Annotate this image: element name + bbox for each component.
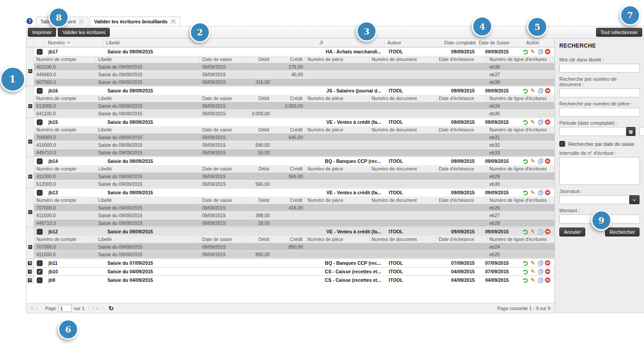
row-checkbox[interactable]: ✓ bbox=[37, 269, 43, 275]
column-header-auteur[interactable]: Auteur bbox=[385, 39, 441, 47]
edit-icon[interactable]: ✎ bbox=[530, 268, 536, 275]
detail-row[interactable]: 512000.0Saisie du 09/09/201509/09/201556… bbox=[34, 180, 554, 188]
column-header-date-saisie[interactable]: Date de Saisie bbox=[476, 39, 511, 47]
validate-icon[interactable] bbox=[522, 189, 528, 196]
grid-scroll-area[interactable]: Numéro Libellé JI Auteur Date comptable … bbox=[26, 39, 554, 303]
journaux-select-value[interactable] bbox=[559, 195, 629, 204]
detail-row[interactable]: 416000.0Saisie du 09/09/201509/09/201559… bbox=[34, 141, 554, 149]
entry-group-row[interactable]: ✓jb17Saisie du 09/09/2015HA - Achats mar… bbox=[26, 47, 554, 56]
close-icon[interactable]: × bbox=[171, 19, 176, 24]
collapse-toggle-icon[interactable]: − bbox=[28, 210, 32, 214]
copy-icon[interactable] bbox=[537, 260, 544, 266]
detail-row[interactable]: 706000.0Saisie du 09/09/201509/09/201564… bbox=[34, 134, 554, 141]
previous-page-icon[interactable]: ‹ bbox=[36, 305, 38, 311]
detail-row[interactable]: 445710.0Saisie du 09/09/201509/09/201528… bbox=[34, 219, 554, 227]
tab-valider-ecritures-brouillards[interactable]: Valider les écritures brouillards × bbox=[90, 17, 180, 26]
copy-icon[interactable] bbox=[537, 158, 544, 164]
delete-icon[interactable] bbox=[545, 229, 550, 234]
column-header-libelle[interactable]: Libellé bbox=[104, 39, 314, 47]
collapse-toggle-icon[interactable]: − bbox=[28, 69, 32, 73]
detail-row[interactable]: 641100.0Saisie du 09/09/201509/09/20153.… bbox=[34, 110, 554, 118]
num-piece-input[interactable] bbox=[559, 108, 640, 117]
copy-icon[interactable] bbox=[537, 277, 544, 283]
edit-icon[interactable]: ✎ bbox=[530, 88, 536, 94]
edit-icon[interactable]: ✎ bbox=[530, 48, 536, 55]
validate-icon[interactable] bbox=[522, 158, 528, 164]
row-checkbox[interactable]: ✓ bbox=[37, 190, 43, 196]
delete-icon[interactable] bbox=[545, 158, 550, 164]
validate-icon[interactable] bbox=[522, 48, 528, 55]
validate-icon[interactable] bbox=[522, 277, 528, 283]
entry-group-row[interactable]: ✓jb14Saisie du 09/09/2015BQ - Banques CC… bbox=[26, 157, 554, 165]
copy-icon[interactable] bbox=[537, 48, 544, 55]
delete-icon[interactable] bbox=[545, 260, 550, 266]
collapse-toggle-icon[interactable]: − bbox=[28, 104, 32, 108]
date-saisie-checkbox[interactable]: ✓ bbox=[559, 141, 565, 147]
row-checkbox[interactable]: ✓ bbox=[37, 49, 43, 55]
edit-icon[interactable]: ✎ bbox=[530, 189, 536, 196]
intervalle-textarea[interactable] bbox=[559, 157, 640, 185]
column-header-ji[interactable]: JI bbox=[314, 39, 385, 47]
edit-icon[interactable]: ✎ bbox=[530, 228, 536, 235]
row-checkbox[interactable]: ✓ bbox=[37, 260, 43, 266]
entry-group-row[interactable]: ✓jb15Saisie du 09/09/2015VE - Ventes à c… bbox=[26, 118, 554, 126]
detail-row[interactable]: 411000.0Saisie du 09/09/201509/09/201585… bbox=[34, 251, 554, 258]
copy-icon[interactable] bbox=[537, 189, 544, 196]
annuler-button[interactable]: Annuler bbox=[559, 228, 585, 237]
copy-icon[interactable] bbox=[537, 268, 544, 275]
last-page-icon[interactable]: » bbox=[96, 305, 99, 311]
column-header-date-comptable[interactable]: Date comptable bbox=[441, 39, 476, 47]
detail-row[interactable]: 607000.0Saisie du 09/09/201509/09/201531… bbox=[34, 79, 554, 86]
detail-row[interactable]: 401100.0Saisie du 09/09/201509/09/201527… bbox=[34, 63, 554, 71]
entry-group-row[interactable]: ✓jb13Saisie du 09/09/2015VE - Ventes à c… bbox=[26, 188, 554, 197]
edit-icon[interactable]: ✎ bbox=[530, 119, 536, 125]
delete-icon[interactable] bbox=[545, 190, 550, 195]
periode-fin-input[interactable] bbox=[640, 127, 644, 136]
page-number-input[interactable] bbox=[58, 305, 72, 312]
close-icon[interactable]: × bbox=[79, 19, 84, 24]
delete-icon[interactable] bbox=[545, 269, 550, 274]
detail-row[interactable]: 512000.0Saisie du 09/09/201509/09/20153.… bbox=[34, 102, 554, 110]
num-document-input[interactable] bbox=[559, 88, 640, 97]
imprimer-button[interactable]: Imprimer bbox=[28, 28, 56, 37]
expand-toggle-icon[interactable]: + bbox=[28, 261, 32, 265]
row-checkbox[interactable]: ✓ bbox=[37, 119, 43, 125]
periode-debut-input[interactable] bbox=[559, 127, 626, 136]
copy-icon[interactable] bbox=[537, 119, 544, 125]
entry-group-row[interactable]: −✓jb10Saisie du 04/09/2015CS - Caisse (r… bbox=[26, 267, 554, 276]
row-checkbox[interactable]: ✓ bbox=[37, 158, 43, 164]
delete-icon[interactable] bbox=[545, 49, 550, 54]
detail-row[interactable]: 411000.0Saisie du 09/09/201509/09/201556… bbox=[34, 173, 554, 180]
copy-icon[interactable] bbox=[537, 228, 544, 235]
delete-icon[interactable] bbox=[545, 88, 550, 93]
detail-row[interactable]: 707000.0Saisie du 09/09/201509/09/201541… bbox=[34, 204, 554, 212]
entry-group-row[interactable]: ✓jb12Saisie du 09/09/2015VE - Ventes à c… bbox=[26, 227, 554, 236]
journaux-select[interactable] bbox=[559, 195, 640, 204]
calendar-icon[interactable]: ▦ bbox=[626, 127, 635, 136]
delete-icon[interactable] bbox=[545, 119, 550, 125]
expand-toggle-icon[interactable]: − bbox=[28, 270, 32, 274]
validate-icon[interactable] bbox=[522, 119, 528, 125]
detail-row[interactable]: 411000.0Saisie du 09/09/201509/09/201538… bbox=[34, 212, 554, 219]
mot-cle-input[interactable] bbox=[559, 64, 640, 73]
edit-icon[interactable]: ✎ bbox=[530, 158, 536, 164]
column-header-numero[interactable]: Numéro bbox=[45, 39, 104, 47]
rechercher-button[interactable]: Rechercher bbox=[605, 228, 640, 237]
validate-icon[interactable] bbox=[522, 260, 528, 266]
collapse-toggle-icon[interactable]: − bbox=[28, 175, 32, 179]
validate-icon[interactable] bbox=[522, 88, 528, 94]
row-checkbox[interactable]: ✓ bbox=[37, 277, 43, 283]
first-page-icon[interactable]: « bbox=[30, 305, 34, 311]
entry-group-row[interactable]: +✓jb11Saisie du 07/09/2015BQ - Banques C… bbox=[26, 258, 554, 267]
detail-row[interactable]: 445660.0Saisie du 09/09/201509/09/201540… bbox=[34, 71, 554, 79]
entry-group-row[interactable]: ✓jb16Saisie du 09/09/2015JS - Salaires (… bbox=[26, 86, 554, 95]
edit-icon[interactable]: ✎ bbox=[530, 260, 536, 266]
valider-ecritures-button[interactable]: Valider les écritures bbox=[58, 28, 110, 37]
validate-icon[interactable] bbox=[522, 268, 528, 275]
validate-icon[interactable] bbox=[522, 228, 528, 235]
edit-icon[interactable]: ✎ bbox=[530, 277, 536, 283]
expand-toggle-icon[interactable]: + bbox=[28, 278, 32, 282]
delete-icon[interactable] bbox=[545, 277, 550, 283]
tout-selectionner-button[interactable]: Tout sélectionner bbox=[596, 28, 642, 37]
dropdown-button[interactable] bbox=[629, 195, 640, 204]
